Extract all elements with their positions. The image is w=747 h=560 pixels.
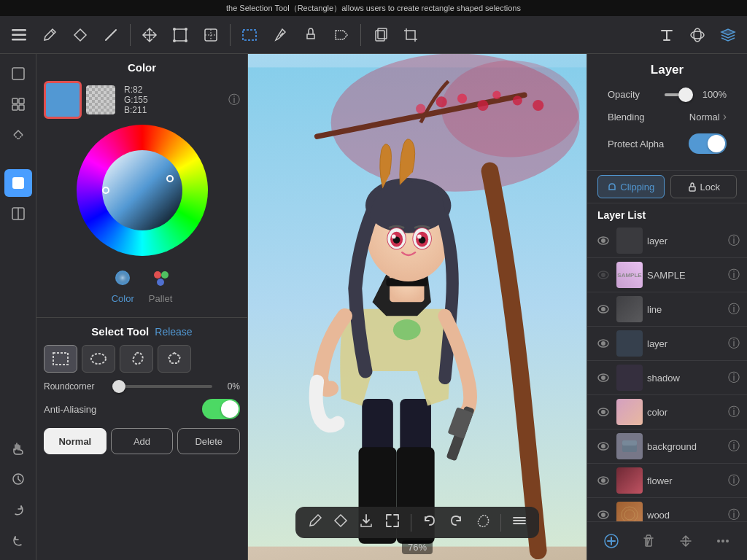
svg-rect-29	[53, 353, 68, 365]
color-tab-color[interactable]: Color	[112, 268, 134, 304]
color-wheel-container	[44, 125, 240, 256]
primary-color-swatch[interactable]	[44, 81, 82, 119]
canvas-undo-icon[interactable]	[422, 513, 438, 532]
eyedropper-icon[interactable]	[267, 22, 293, 48]
move-layer-button[interactable]	[670, 528, 703, 554]
layer-vis-flower[interactable]	[595, 472, 612, 489]
canvas-menu-icon[interactable]	[511, 513, 527, 532]
warp-icon[interactable]	[198, 22, 224, 48]
layer-info-flower[interactable]: ⓘ	[728, 473, 740, 489]
sidebar-layers-icon[interactable]	[4, 60, 32, 88]
shape-btn-lasso[interactable]	[120, 345, 153, 373]
delete-layer-button[interactable]	[632, 528, 665, 554]
layer-vis-color[interactable]	[595, 403, 612, 421]
sidebar-flip-icon[interactable]	[4, 121, 32, 149]
layer-info-sample[interactable]: ⓘ	[728, 268, 740, 283]
canvas-area[interactable]: 76%	[248, 54, 587, 560]
layer-title: Layer	[597, 63, 737, 77]
layer-info-background[interactable]: ⓘ	[728, 439, 740, 454]
shape-btn-ellipse[interactable]	[82, 345, 115, 373]
layer-item-wood[interactable]: wood ⓘ	[587, 498, 747, 521]
copy-icon[interactable]	[367, 22, 393, 48]
shape-btn-polygon[interactable]	[158, 345, 191, 373]
secondary-color-swatch[interactable]	[86, 85, 115, 114]
smudge-icon[interactable]	[98, 22, 124, 48]
canvas-lasso-icon[interactable]	[474, 513, 490, 532]
canvas-diamond-icon[interactable]	[333, 513, 348, 532]
color-wheel[interactable]	[77, 125, 208, 256]
text-icon[interactable]	[654, 22, 680, 48]
layer-info-color[interactable]: ⓘ	[728, 405, 740, 420]
color-cursor-right	[166, 175, 174, 182]
toggle-knob	[221, 400, 239, 418]
sidebar-undo-icon[interactable]	[4, 526, 32, 554]
color-section: Color R:82 G:155 B:211 ⓘ	[36, 54, 247, 317]
sidebar-grid-icon[interactable]	[4, 90, 32, 118]
layer-vis-wood[interactable]	[595, 506, 612, 521]
roundcorner-slider[interactable]	[115, 385, 212, 388]
layer-info-line[interactable]: ⓘ	[728, 302, 740, 317]
layer-vis-sample[interactable]	[595, 266, 612, 284]
sidebar-split-icon[interactable]	[4, 200, 32, 228]
blending-arrow-icon[interactable]: ›	[723, 110, 727, 123]
layer-item-sample[interactable]: SAMPLE SAMPLE ⓘ	[587, 258, 747, 292]
protect-alpha-knob	[708, 135, 725, 152]
canvas-select-icon[interactable]	[384, 513, 400, 532]
sidebar-pen-icon[interactable]	[4, 465, 32, 493]
layer-vis-1[interactable]	[595, 232, 612, 249]
brush-icon[interactable]	[36, 22, 63, 48]
effects-icon[interactable]	[684, 22, 711, 48]
sidebar-hand-icon[interactable]	[4, 435, 32, 462]
anti-aliasing-toggle[interactable]	[202, 399, 240, 419]
crop-icon[interactable]	[398, 22, 424, 48]
layer-item-2[interactable]: layer ⓘ	[587, 327, 747, 361]
color-tab-pallet[interactable]: Pallet	[149, 268, 173, 304]
color-info-icon[interactable]: ⓘ	[228, 93, 240, 108]
transform-icon[interactable]	[167, 22, 193, 48]
layer-vis-2[interactable]	[595, 335, 612, 352]
canvas-import-icon[interactable]	[358, 513, 374, 532]
sidebar-redo-icon[interactable]	[4, 496, 32, 524]
svg-rect-17	[19, 98, 24, 104]
layer-vis-line[interactable]	[595, 300, 612, 318]
lock-button[interactable]: Lock	[670, 175, 738, 198]
layer-info-shadow[interactable]: ⓘ	[728, 370, 740, 386]
canvas-redo-icon[interactable]	[448, 513, 464, 532]
layer-info-2[interactable]: ⓘ	[728, 336, 740, 351]
layer-vis-shadow[interactable]	[595, 369, 612, 386]
svg-point-7	[185, 39, 187, 42]
selection-pen-icon[interactable]	[328, 22, 355, 48]
move-icon[interactable]	[136, 22, 163, 48]
sidebar-active-icon[interactable]	[4, 169, 32, 197]
mode-btn-normal[interactable]: Normal	[44, 428, 107, 454]
stamp-icon[interactable]	[298, 22, 324, 48]
layer-item-background[interactable]: background ⓘ	[587, 429, 747, 464]
layer-item-line[interactable]: line ⓘ	[587, 292, 747, 327]
protect-alpha-toggle[interactable]	[689, 133, 727, 154]
mode-btn-add[interactable]: Add	[111, 428, 174, 454]
color-wheel-inner[interactable]	[102, 150, 182, 230]
layer-vis-background[interactable]	[595, 438, 612, 455]
tooltip-bar: the Selection Tool（Rectangle）allows user…	[0, 0, 747, 16]
add-layer-button[interactable]	[595, 528, 627, 554]
mode-btn-delete[interactable]: Delete	[177, 428, 240, 454]
diamond-icon[interactable]	[67, 22, 93, 48]
svg-rect-20	[12, 177, 24, 189]
shape-btn-rect[interactable]	[44, 345, 77, 373]
opacity-slider[interactable]	[665, 93, 693, 96]
toolbar-divider-3	[360, 24, 361, 46]
canvas-brush-icon[interactable]	[307, 513, 323, 532]
canvas-toolbar-divider	[411, 514, 411, 532]
select-tool-release[interactable]: Release	[155, 326, 192, 338]
layer-item-color[interactable]: color ⓘ	[587, 395, 747, 429]
layers-icon[interactable]	[715, 22, 741, 48]
layer-info-wood[interactable]: ⓘ	[728, 508, 740, 522]
layer-item-shadow[interactable]: shadow ⓘ	[587, 361, 747, 395]
menu-icon[interactable]	[6, 22, 32, 48]
layer-item-1[interactable]: layer ⓘ	[587, 224, 747, 258]
more-options-button[interactable]	[707, 528, 740, 554]
layer-item-flower[interactable]: flower ⓘ	[587, 464, 747, 498]
selection-rect-icon[interactable]	[236, 22, 263, 48]
clipping-button[interactable]: Clipping	[597, 175, 665, 198]
layer-info-1[interactable]: ⓘ	[728, 233, 740, 249]
